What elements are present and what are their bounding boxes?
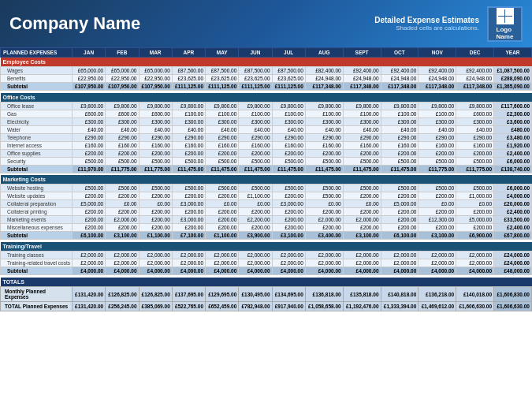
table-row: Office lease£9,800.00£9,800.00£9,800.00£… (1, 102, 532, 110)
company-name: Company Name (9, 13, 140, 34)
logo-label: LogoName (497, 26, 514, 40)
subtotal-row: Subtotal£4,000.00£4,000.00£4,000.00£4,00… (1, 266, 532, 274)
col-oct: OCT (381, 48, 419, 58)
col-feb: FEB (106, 48, 139, 58)
col-jun: JUN (239, 48, 272, 58)
col-dec: DEC (456, 48, 494, 58)
col-planned: PLANNED EXPENSES (1, 48, 73, 58)
table-row: Website updates£200.00£200.00£200.00£200… (1, 192, 532, 200)
table-row: Collateral preparation£5,000.00£0.00£0.0… (1, 200, 532, 208)
table-row: Wages£65,000.00£65,000.00£65,000.00£87,5… (1, 67, 532, 75)
col-may: MAY (206, 48, 239, 58)
section-header-marketing-costs: Marketing Costs (1, 175, 532, 184)
table-container: PLANNED EXPENSES JAN FEB MAR APR MAY JUN… (0, 47, 532, 410)
section-header-employee-costs: Employee Costs (1, 58, 532, 67)
subtotal-row: Subtotal£107,950.00£107,950.00£107,950.0… (1, 83, 532, 91)
subtitle-title: Detailed Expense Estimates (374, 16, 479, 24)
table-row: Training-related travel costs£2,000.00£2… (1, 259, 532, 266)
logo: LogoName (487, 6, 523, 42)
column-headers: PLANNED EXPENSES JAN FEB MAR APR MAY JUN… (1, 48, 532, 58)
table-row: Gas£600.00£600.00£600.00£100.00£100.00£1… (1, 110, 532, 117)
section-header-office-costs: Office Costs (1, 93, 532, 102)
col-year: YEAR (494, 48, 532, 58)
subtotal-row: Subtotal£11,970.00£11,775.00£11,775.00£1… (1, 165, 532, 173)
col-mar: MAR (139, 48, 172, 58)
col-apr: APR (172, 48, 205, 58)
table-row: Office supplies£200.00£200.00£200.00£200… (1, 149, 532, 157)
logo-icon (497, 8, 514, 24)
table-row: Water£40.00£40.00£40.00£40.00£40.00£40.0… (1, 125, 532, 133)
col-sept: SEPT (343, 48, 381, 58)
subtitle-note: Shaded cells are calculations. (374, 24, 479, 32)
totals-header: TOTALS (1, 278, 532, 287)
col-jul: JUL (272, 48, 305, 58)
table-row: Benefits£22,950.00£22,950.00£22,950.00£2… (1, 75, 532, 83)
table-row: Website hosting£500.00£500.00£500.00£500… (1, 184, 532, 192)
col-aug: AUG (305, 48, 343, 58)
subtotal-row: Subtotal£6,100.00£3,100.00£1,100.00£7,10… (1, 232, 532, 240)
section-header-training/travel: Training/Travel (1, 242, 532, 252)
table-row: Electricity£300.00£300.00£300.00£300.00£… (1, 117, 532, 125)
table-row: Collateral printing£200.00£200.00£200.00… (1, 208, 532, 216)
col-nov: NOV (419, 48, 456, 58)
table-row: Marketing events£200.00£2,000.00£200.00£… (1, 216, 532, 224)
table-row: Telephone£290.00£290.00£290.00£290.00£29… (1, 133, 532, 141)
header: Company Name Detailed Expense Estimates … (0, 0, 532, 47)
table-row: Training classes£2,000.00£2,000.00£2,000… (1, 251, 532, 259)
col-jan: JAN (72, 48, 105, 58)
table-row: Internet access£160.00£160.00£160.00£160… (1, 141, 532, 149)
table-row: Miscellaneous expenses£200.00£200.00£200… (1, 224, 532, 232)
table-row: Security£500.00£500.00£500.00£500.00£500… (1, 157, 532, 165)
totals-row: TOTAL Planned Expenses£131,420.00£256,24… (1, 302, 532, 311)
totals-row: Monthly Planned Expenses£131,420.00£126,… (1, 287, 532, 302)
